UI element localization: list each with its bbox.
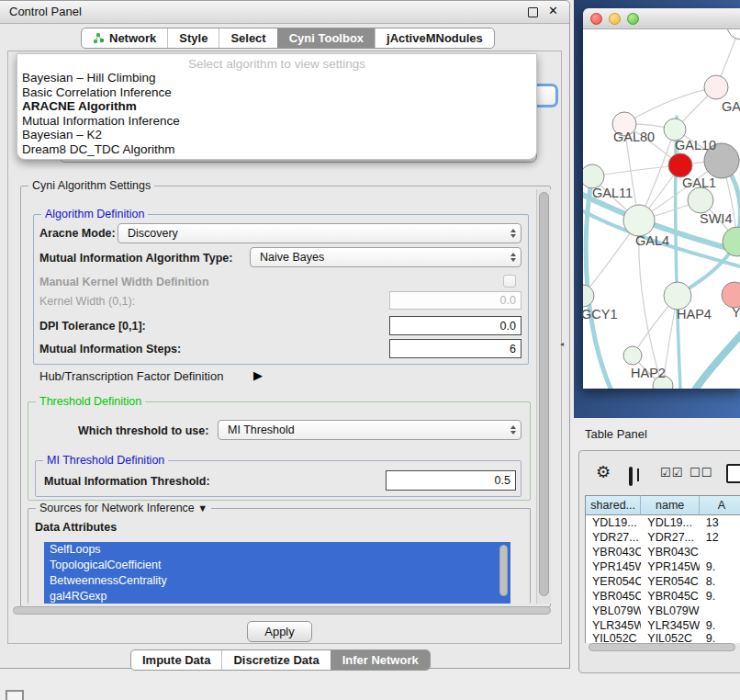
floating-panel-icon[interactable] bbox=[6, 690, 24, 700]
mi-algorithm-type-select[interactable]: Naive Bayes bbox=[250, 247, 521, 267]
column-header-shared-name[interactable]: shared... bbox=[586, 495, 641, 515]
tab-cyni-toolbox[interactable]: Cyni Toolbox bbox=[277, 28, 375, 48]
algorithm-option[interactable]: Dream8 DC_TDC Algorithm bbox=[17, 142, 536, 157]
table-panel: ⚙ ☑☑ ☐☐ shared... name A YDL19... YDL19.… bbox=[578, 450, 740, 673]
manual-kernel-width-label: Manual Kernel Width Definition bbox=[39, 276, 209, 288]
network-view-frame: GAL80 GAL10 GAL1 GAL11 SWI4 GAL4 GCY1 HA… bbox=[574, 0, 740, 418]
attribute-item[interactable]: SelfLoops bbox=[44, 542, 510, 558]
tab-network[interactable]: Network bbox=[82, 28, 167, 48]
node-table: shared... name A YDL19... YDL19... 13 YD… bbox=[585, 495, 740, 643]
stepper-icon bbox=[506, 425, 521, 435]
node-hap4[interactable] bbox=[664, 282, 691, 310]
kernel-width-label: Kernel Width (0,1): bbox=[39, 295, 135, 308]
panel-splitter-arrow-icon[interactable]: ◂ bbox=[560, 340, 564, 348]
node-gal4[interactable] bbox=[623, 205, 655, 236]
node-hap2[interactable] bbox=[623, 346, 642, 365]
control-panel-tabbar: Network Style Select Cyni Toolbox jActiv… bbox=[81, 28, 495, 49]
table-row[interactable]: YLR345W YLR345W 9. bbox=[586, 618, 740, 633]
table-row[interactable]: YDL19... YDL19... 13 bbox=[586, 515, 740, 530]
threshold-definition-legend: Threshold Definition bbox=[36, 395, 145, 408]
aracne-mode-select[interactable]: Discovery bbox=[118, 223, 521, 243]
tab-select[interactable]: Select bbox=[219, 28, 276, 48]
tab-impute-data[interactable]: Impute Data bbox=[131, 650, 221, 670]
sources-legend[interactable]: Sources for Network Inference ▼ bbox=[36, 502, 211, 514]
algorithm-option[interactable]: Bayesian – K2 bbox=[17, 128, 536, 142]
tab-infer-network[interactable]: Infer Network bbox=[331, 650, 430, 670]
cyni-bottom-tabbar: Impute Data Discretize Data Infer Networ… bbox=[130, 649, 431, 671]
table-row[interactable]: YBL079W YBL079W bbox=[586, 604, 740, 618]
attribute-item[interactable]: TopologicalCoefficient bbox=[44, 558, 510, 573]
node-partial-top[interactable] bbox=[727, 29, 740, 40]
attribute-item[interactable]: BetweennessCentrality bbox=[44, 573, 510, 589]
kernel-width-field[interactable]: 0.0 bbox=[389, 291, 521, 310]
dpi-tolerance-field[interactable]: 0.0 bbox=[389, 316, 521, 335]
settings-scrollbar-track[interactable] bbox=[536, 189, 551, 604]
node-gal1[interactable] bbox=[668, 153, 692, 177]
mi-steps-field[interactable]: 6 bbox=[389, 339, 521, 358]
close-icon[interactable]: ✕ bbox=[548, 4, 558, 17]
tab-discretize-data[interactable]: Discretize Data bbox=[221, 650, 330, 670]
column-header-name[interactable]: name bbox=[641, 495, 700, 515]
table-row[interactable]: YBR043C YBR043C bbox=[586, 545, 740, 559]
settings-hscrollbar-thumb[interactable] bbox=[13, 606, 551, 615]
node-gal-partial[interactable] bbox=[704, 75, 728, 99]
mi-algorithm-type-label: Mutual Information Algorithm Type: bbox=[39, 252, 232, 265]
table-row[interactable]: YBR045C YBR045C 9. bbox=[586, 589, 740, 604]
node-green-right[interactable] bbox=[723, 227, 740, 256]
gear-icon[interactable]: ⚙ bbox=[596, 464, 611, 480]
mi-algorithm-type-value: Naive Bayes bbox=[251, 251, 506, 264]
which-threshold-label: Which threshold to use: bbox=[78, 424, 208, 437]
tab-style[interactable]: Style bbox=[167, 28, 219, 48]
zoom-button[interactable] bbox=[627, 13, 639, 25]
network-canvas[interactable] bbox=[583, 29, 740, 389]
which-threshold-select[interactable]: MI Threshold bbox=[218, 420, 521, 440]
close-button[interactable] bbox=[590, 13, 602, 25]
deselect-all-checkboxes-icon[interactable]: ☐☐ bbox=[690, 466, 712, 480]
table-hscrollbar-thumb[interactable] bbox=[589, 643, 735, 651]
collapse-down-icon: ▼ bbox=[197, 502, 207, 514]
node-label: GAL80 bbox=[613, 130, 655, 144]
algorithm-option-selected[interactable]: ARACNE Algorithm bbox=[17, 99, 536, 114]
hub-definition-label[interactable]: Hub/Transcription Factor Definition bbox=[39, 369, 223, 383]
algorithm-option[interactable]: Mutual Information Inference bbox=[17, 114, 536, 129]
dpi-tolerance-value: 0.0 bbox=[500, 320, 516, 333]
manual-kernel-width-checkbox[interactable] bbox=[503, 275, 516, 288]
node-label: GAL11 bbox=[592, 186, 633, 200]
table-row[interactable]: YER054C YER054C 8. bbox=[586, 574, 740, 589]
table-panel-title: Table Panel bbox=[585, 427, 647, 441]
settings-scrollbar-thumb[interactable] bbox=[539, 192, 549, 596]
network-graph bbox=[583, 29, 740, 389]
mi-threshold-definition-legend: MI Threshold Definition bbox=[43, 454, 168, 467]
node-salmon[interactable] bbox=[722, 282, 740, 308]
control-panel-titlebar: Control Panel ✕ bbox=[0, 1, 569, 24]
table-row[interactable]: YDR27... YDR27... 12 bbox=[586, 530, 740, 545]
algorithm-option[interactable]: Bayesian – Hill Climbing bbox=[17, 71, 536, 85]
column-header-partial[interactable]: A bbox=[700, 495, 740, 515]
expand-right-icon[interactable]: ▶ bbox=[253, 368, 263, 382]
attributes-scrollbar-thumb[interactable] bbox=[499, 545, 508, 596]
network-icon bbox=[93, 32, 105, 44]
attribute-item[interactable]: gal4RGexp bbox=[44, 589, 510, 604]
which-threshold-value: MI Threshold bbox=[219, 423, 506, 436]
table-row[interactable]: YIL052C YIL052C 9. bbox=[586, 633, 740, 643]
node-label: HAP4 bbox=[677, 307, 712, 322]
table-header-row: shared... name A bbox=[586, 495, 740, 515]
float-window-icon[interactable] bbox=[528, 7, 538, 17]
select-all-checkboxes-icon[interactable]: ☑☑ bbox=[660, 466, 683, 480]
tab-jactivemnodules[interactable]: jActiveMNodules bbox=[375, 28, 494, 48]
algorithm-dropdown-popup: Select algorithm to view settings Bayesi… bbox=[17, 53, 537, 160]
minimize-button[interactable] bbox=[609, 13, 621, 25]
aracne-mode-label: Aracne Mode: bbox=[39, 227, 116, 240]
algorithm-option[interactable]: Basic Correlation Inference bbox=[17, 85, 536, 100]
node-gcy1[interactable] bbox=[583, 285, 594, 307]
mi-threshold-field[interactable]: 0.5 bbox=[386, 470, 516, 491]
cyni-algorithm-settings-legend: Cyni Algorithm Settings bbox=[28, 179, 154, 192]
node-swi4[interactable] bbox=[688, 187, 713, 213]
document-icon[interactable] bbox=[726, 464, 740, 483]
apply-button[interactable]: Apply bbox=[247, 621, 312, 642]
table-row[interactable]: YPR145W YPR145W 9. bbox=[586, 559, 740, 574]
node-label: GAL bbox=[722, 99, 740, 114]
control-panel-title: Control Panel bbox=[9, 5, 82, 18]
columns-icon[interactable] bbox=[629, 467, 633, 486]
algorithm-definition-legend: Algorithm Definition bbox=[41, 208, 148, 220]
